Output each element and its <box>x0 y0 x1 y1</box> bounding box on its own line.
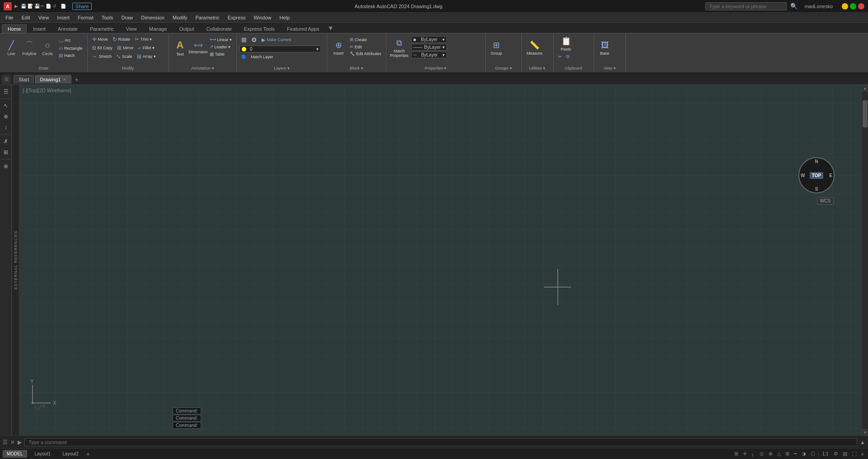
sb-customize-icon[interactable]: ≡ <box>860 450 865 458</box>
canvas-area[interactable]: [-][Top][2D Wireframe] N S E W TOP WCS X… <box>19 85 862 436</box>
add-tab-button[interactable]: + <box>72 75 81 84</box>
btn-move[interactable]: ✛Move <box>90 35 110 43</box>
sb-grid-icon[interactable]: ⊞ <box>733 450 740 458</box>
btn-hatch[interactable]: ▤ Hatch <box>57 52 84 59</box>
lt-btn-nav2[interactable]: ⊕ <box>1 112 11 122</box>
btn-mirror[interactable]: ⊞Mirror <box>115 44 136 52</box>
lt-btn-1[interactable]: ☰ <box>1 87 11 97</box>
btn-dimension[interactable]: ⟺ Dimension <box>190 35 207 61</box>
btn-insert-block[interactable]: ⊕ Insert <box>330 35 347 61</box>
menu-tools[interactable]: Tools <box>98 14 117 21</box>
sb-snap-icon[interactable]: ✛ <box>741 450 748 458</box>
doc-tab-start[interactable]: Start <box>14 75 34 84</box>
btn-leader[interactable]: ↗Leader ▾ <box>208 43 234 50</box>
tab-menu-btn[interactable]: ☰ <box>2 75 11 84</box>
groups-group-label[interactable]: Groups ▾ <box>486 66 521 70</box>
add-layout-button[interactable]: + <box>86 450 90 458</box>
btn-rotate[interactable]: ↻Rotate <box>111 35 132 43</box>
share-button[interactable]: Share <box>72 3 92 10</box>
tab-manage[interactable]: Manage <box>143 24 173 33</box>
ribbon-overflow[interactable]: ▼ <box>328 24 334 32</box>
menu-file[interactable]: File <box>2 14 17 21</box>
tab-parametric[interactable]: Parametric <box>84 24 120 33</box>
doc-tab-drawing1[interactable]: Drawing1 ✕ <box>35 75 71 84</box>
tab-express-tools[interactable]: Express Tools <box>238 24 281 33</box>
lt-btn-nav3[interactable]: ↕ <box>1 122 11 132</box>
block-group-label[interactable]: Block ▾ <box>327 66 386 70</box>
btn-copy-clipboard[interactable]: ⧉ <box>564 53 571 60</box>
btn-polyline[interactable]: ⌒ Polyline <box>21 35 38 61</box>
btn-cut[interactable]: ✂ <box>556 53 563 60</box>
compass-top-button[interactable]: TOP <box>810 172 823 179</box>
tab-featured-apps[interactable]: Featured Apps <box>281 24 325 33</box>
lt-btn-tool2[interactable]: ⊞ <box>1 147 11 157</box>
tab-home[interactable]: Home <box>2 24 27 33</box>
sb-ducs-icon[interactable]: ⊞ <box>784 450 791 458</box>
btn-create-block[interactable]: ⊞Create <box>348 36 383 43</box>
btn-scale[interactable]: ⤡Scale <box>114 52 134 61</box>
btn-text[interactable]: A Text <box>172 35 189 61</box>
tab-view[interactable]: View <box>120 24 143 33</box>
scroll-down-btn[interactable]: ▼ <box>862 429 868 436</box>
menu-window[interactable]: Window <box>250 14 275 21</box>
layers-group-label[interactable]: Layers ▾ <box>237 66 327 70</box>
btn-edit-attributes[interactable]: 🔧Edit Attributes <box>348 51 383 57</box>
tab-annotate[interactable]: Annotate <box>52 24 84 33</box>
btn-group[interactable]: ⊞ Group <box>488 35 505 61</box>
btn-paste[interactable]: 📋 Paste <box>556 35 576 52</box>
prop-lineweight-dropdown[interactable]: ─ByLayer▾ <box>411 52 447 58</box>
lt-btn-tool3[interactable]: ⊕ <box>1 161 11 171</box>
btn-linear[interactable]: ⟷Linear ▾ <box>208 36 234 43</box>
btn-match-layer[interactable]: Match Layer <box>249 54 275 60</box>
clipboard-group-label[interactable]: Clipboard <box>554 66 594 70</box>
btn-trim[interactable]: ✂Trim ▾ <box>133 35 154 43</box>
model-button[interactable]: MODEL <box>3 450 27 458</box>
tab-insert[interactable]: Insert <box>27 24 52 33</box>
scroll-track[interactable] <box>862 91 868 429</box>
btn-fillet[interactable]: ⌐Fillet ▾ <box>136 44 157 52</box>
sb-transparency-icon[interactable]: ◑ <box>800 450 807 458</box>
btn-layer-states[interactable]: 🔵 <box>239 54 248 60</box>
sb-lineweight-icon[interactable]: ━ <box>793 450 798 458</box>
minimize-button[interactable] <box>842 3 848 9</box>
annotation-group-label[interactable]: Annotation ▾ <box>169 66 237 70</box>
btn-make-current[interactable]: ▶ Make Current <box>260 35 293 44</box>
sb-workspace-icon[interactable]: ▤ <box>841 450 849 458</box>
tab-output[interactable]: Output <box>174 24 200 33</box>
prop-color-dropdown[interactable]: ■ByLayer▾ <box>411 36 447 43</box>
menu-help[interactable]: Help <box>276 14 294 21</box>
btn-layer-manager[interactable]: ⊞ <box>239 35 249 44</box>
search-input[interactable] <box>705 2 787 10</box>
btn-base[interactable]: 🖼 Base <box>597 35 613 61</box>
sb-selection-icon[interactable]: ☐ <box>809 450 816 458</box>
menu-dimension[interactable]: Dimension <box>137 14 168 21</box>
prop-linetype-dropdown[interactable]: ——ByLayer▾ <box>411 44 447 51</box>
cmd-icon[interactable]: ▶ <box>18 439 22 445</box>
btn-stretch[interactable]: ↔Stretch <box>90 52 114 61</box>
layout1-tab[interactable]: Layout1 <box>31 450 55 458</box>
lt-btn-nav1[interactable]: ↖ <box>1 101 11 111</box>
sb-fullscreen-icon[interactable]: ⛶ <box>850 450 858 458</box>
menu-draw[interactable]: Draw <box>117 14 136 21</box>
btn-layer-properties[interactable]: ⚙ <box>249 35 259 44</box>
btn-line[interactable]: ╱ Line <box>3 35 20 61</box>
utilities-group-label[interactable]: Utilities ▾ <box>522 66 553 70</box>
sb-osnap-icon[interactable]: ⊕ <box>767 450 774 458</box>
sb-scale[interactable]: 1:1 <box>821 451 830 456</box>
layer-dropdown[interactable]: 0 ▾ <box>239 46 321 52</box>
modify-group-label[interactable]: Modify <box>88 66 169 70</box>
btn-match-properties[interactable]: ⧉ Match Properties <box>389 35 410 61</box>
tab-collaborate[interactable]: Collaborate <box>201 24 238 33</box>
btn-array[interactable]: ⊞Array ▾ <box>135 52 158 61</box>
menu-format[interactable]: Format <box>74 14 97 21</box>
menu-edit[interactable]: Edit <box>18 14 34 21</box>
cmd-settings-icon[interactable]: ☰ <box>3 439 8 445</box>
view-group-label[interactable]: View ▾ <box>594 66 625 70</box>
menu-view[interactable]: View <box>35 14 53 21</box>
close-button[interactable] <box>858 3 864 9</box>
scroll-up-btn[interactable]: ▲ <box>862 85 868 91</box>
menu-modify[interactable]: Modify <box>169 14 191 21</box>
properties-group-label[interactable]: Properties ▾ <box>386 66 485 70</box>
close-drawing1[interactable]: ✕ <box>63 77 66 82</box>
sb-settings-icon[interactable]: ⚙ <box>832 450 840 458</box>
